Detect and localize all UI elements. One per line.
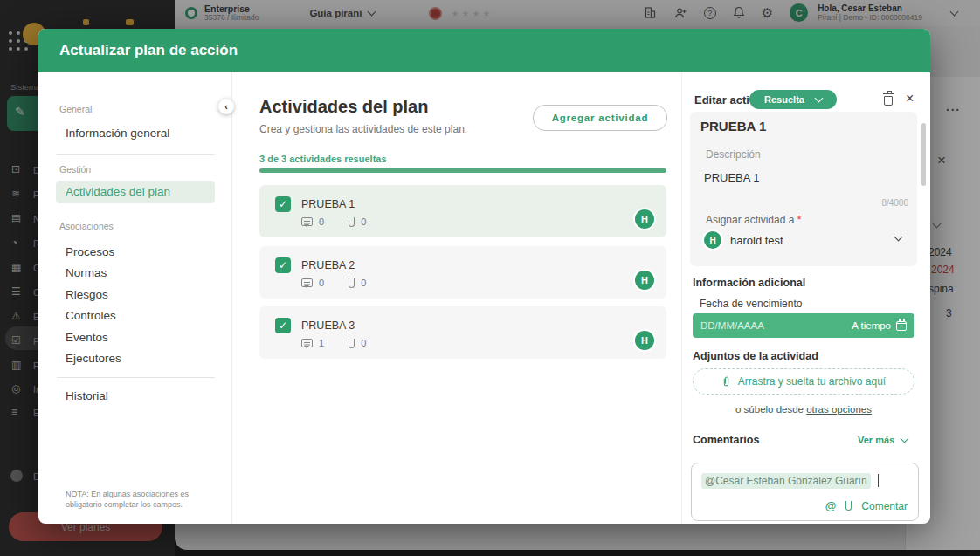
progress-bar: [259, 168, 666, 173]
chevron-down-icon: [814, 94, 823, 103]
comment-count: 1: [319, 338, 324, 348]
checkbox-checked-icon[interactable]: [275, 257, 291, 273]
text-cursor: [878, 474, 879, 487]
file-dropzone[interactable]: Arrastra y suelta tu archivo aquí: [693, 368, 914, 395]
assign-label: Asignar actividad a *: [706, 214, 801, 226]
attachment-count: 0: [361, 278, 366, 288]
description-field[interactable]: PRUEBA 1: [704, 171, 760, 184]
page-subtitle: Crea y gestiona las actividades de este …: [259, 123, 467, 135]
comment-icon: [301, 217, 313, 226]
checkbox-checked-icon[interactable]: [275, 318, 291, 333]
attachment-count: 0: [361, 338, 366, 348]
nav-item-controles[interactable]: Controles: [66, 309, 116, 322]
attach-file-icon[interactable]: [845, 501, 852, 511]
activity-title: PRUEBA 2: [301, 259, 355, 271]
comment-icon: [301, 339, 313, 347]
other-options-link[interactable]: otras opciones: [806, 404, 872, 415]
assignee-avatar: H: [704, 231, 721, 249]
date-status-badge: A tiempo: [852, 320, 891, 331]
activity-row-prueba-1[interactable]: PRUEBA 1 0 0 H: [259, 185, 666, 237]
required-asterisk: *: [797, 214, 802, 226]
nav-note: NOTA: En algunas asociaciones es obligat…: [66, 489, 221, 510]
dropzone-label: Arrastra y suelta tu archivo aquí: [738, 375, 886, 388]
comments-heading: Comentarios: [693, 434, 759, 446]
comment-input[interactable]: @Cesar Esteban González Guarín @ Comenta…: [691, 463, 919, 521]
date-placeholder: DD/MM/AAAA: [700, 320, 852, 331]
divider: [57, 154, 215, 155]
nav-section-general: General: [59, 104, 92, 114]
nav-item-procesos[interactable]: Procesos: [66, 245, 114, 258]
nav-item-actividades-del-plan[interactable]: Actividades del plan: [66, 185, 170, 198]
activity-meta: 0 0: [301, 278, 366, 288]
upload-alternative: o súbelo desde otras opciones: [693, 404, 914, 415]
activity-title: PRUEBA 1: [301, 198, 355, 210]
comment-actions: @ Comentar: [825, 499, 908, 512]
panel-divider: [681, 72, 682, 524]
assignee-avatar: H: [635, 209, 654, 229]
nav-item-historial[interactable]: Historial: [66, 389, 108, 402]
activity-meta: 1 0: [301, 338, 366, 348]
due-date-label: Fecha de vencimiento: [700, 298, 802, 310]
mention-chip: @Cesar Esteban González Guarín: [701, 473, 871, 489]
activity-title: PRUEBA 1: [700, 119, 766, 134]
checkbox-checked-icon[interactable]: [275, 196, 291, 212]
delete-activity-icon[interactable]: [884, 96, 893, 106]
comment-icon: [301, 278, 313, 287]
nav-item-eventos[interactable]: Eventos: [66, 331, 108, 344]
nav-item-ejecutores[interactable]: Ejecutores: [66, 352, 121, 365]
attachment-count: 0: [361, 216, 366, 227]
description-label: Descripción: [706, 148, 761, 161]
activity-row-prueba-2[interactable]: PRUEBA 2 0 0 H: [259, 246, 666, 299]
paperclip-icon: [349, 217, 355, 227]
panel-actions: ×: [884, 92, 914, 106]
progress-label: 3 de 3 actividades resueltas: [259, 154, 387, 164]
calendar-icon[interactable]: [896, 321, 907, 331]
mention-icon[interactable]: @: [825, 499, 837, 512]
modal-title: Actualizar plan de acción: [59, 29, 238, 72]
chevron-down-icon[interactable]: [894, 233, 903, 242]
additional-info-heading: Información adicional: [693, 277, 805, 289]
comment-count: 0: [319, 278, 324, 288]
collapse-nav-button[interactable]: [218, 99, 234, 114]
nav-item-riesgos[interactable]: Riesgos: [66, 288, 108, 301]
paperclip-icon: [721, 375, 731, 388]
due-date-input[interactable]: DD/MM/AAAA A tiempo: [693, 313, 914, 338]
attachments-heading: Adjuntos de la actividad: [693, 350, 818, 362]
nav-divider: [231, 72, 232, 524]
activity-meta: 0 0: [301, 216, 366, 227]
comment-count: 0: [319, 216, 324, 227]
comment-submit-button[interactable]: Comentar: [861, 500, 908, 512]
activity-detail-card: PRUEBA 1 Descripción PRUEBA 1 8/4000 Asi…: [690, 112, 917, 266]
paperclip-icon: [349, 278, 355, 288]
assignee-avatar: H: [635, 271, 654, 290]
divider: [57, 377, 215, 378]
paperclip-icon: [349, 339, 355, 348]
activity-title: PRUEBA 3: [301, 319, 355, 332]
panel-scrollbar[interactable]: [921, 123, 926, 186]
add-activity-button[interactable]: Agregar actividad: [533, 105, 667, 131]
status-dropdown[interactable]: Resuelta: [749, 90, 837, 109]
nav-section-asociaciones: Asociaciones: [59, 221, 114, 231]
nav-section-gestion: Gestión: [59, 164, 91, 175]
page-title: Actividades del plan: [259, 97, 428, 117]
modal-header: Actualizar plan de acción: [38, 29, 930, 72]
status-label: Resuelta: [764, 94, 804, 105]
update-action-plan-modal: Actualizar plan de acción General Inform…: [38, 29, 930, 524]
assignee-dropdown[interactable]: H harold test: [704, 231, 783, 249]
nav-item-normas[interactable]: Normas: [66, 266, 107, 279]
nav-item-informacion-general[interactable]: Información general: [66, 127, 169, 140]
assignee-avatar: H: [635, 331, 654, 350]
assignee-name: harold test: [730, 234, 783, 247]
screen: Sistema d ✎ ⊡ Da ≋ Pro ▤ No ◔ Rie ▦ Ca ☰…: [0, 0, 980, 556]
chevron-down-icon: [901, 435, 909, 443]
char-counter: 8/4000: [881, 198, 908, 208]
see-more-link[interactable]: Ver más: [858, 435, 908, 445]
close-panel-icon[interactable]: ×: [906, 92, 914, 106]
activity-row-prueba-3[interactable]: PRUEBA 3 1 0 H: [259, 306, 666, 359]
